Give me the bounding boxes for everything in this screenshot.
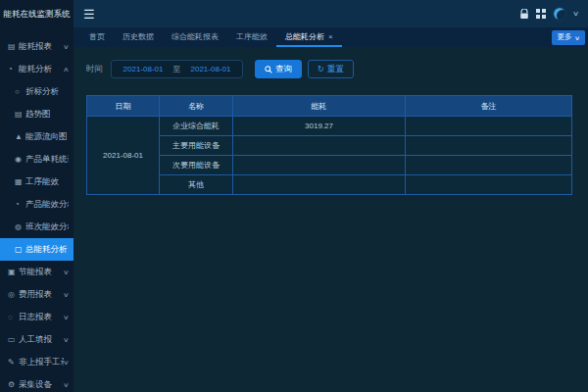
- filter-bar: 时间 2021-08-01 至 2021-08-01 查询 ↻ 重置: [86, 60, 588, 78]
- sidebar-item-label: 节能报表: [19, 267, 64, 278]
- sidebar-item-process-efficiency[interactable]: ▦ 工序能效: [0, 171, 74, 193]
- column-header-energy: 能耗: [233, 96, 406, 117]
- app-title: 能耗在线监测系统: [0, 0, 74, 27]
- start-date-value[interactable]: 2021-08-01: [123, 65, 164, 74]
- circle-icon: ○: [15, 87, 25, 96]
- chevron-down-icon: ∨: [63, 381, 70, 389]
- chevron-down-icon: ∨: [63, 359, 70, 367]
- tabbar: 首页 历史数据 综合能耗报表 工序能效 总能耗分析× 更多 ∨: [74, 27, 588, 47]
- search-button[interactable]: 查询: [255, 60, 302, 78]
- sidebar-item-energy-saving-report[interactable]: ▣ 节能报表 ∨: [0, 261, 74, 283]
- chevron-down-icon: ∨: [63, 336, 70, 344]
- pin-icon: ◉: [15, 155, 25, 164]
- tab-home[interactable]: 首页: [80, 27, 114, 47]
- column-header-name: 名称: [160, 96, 233, 117]
- sidebar-item-label: 能耗分析: [19, 64, 64, 75]
- sidebar-item-label: 日志报表: [19, 312, 64, 323]
- column-header-remark: 备注: [406, 96, 572, 117]
- sidebar-item-label: 折标分析: [25, 86, 69, 98]
- sidebar-item-label: 非上报手工录入: [19, 357, 64, 368]
- document-icon: ▤: [15, 110, 25, 119]
- chevron-down-icon: ∨: [574, 34, 580, 41]
- document-icon: ▢: [15, 245, 25, 254]
- value-cell: 3019.27: [233, 117, 406, 136]
- table-row: 其他: [87, 175, 572, 195]
- clock-icon: ◍: [15, 222, 25, 231]
- triangle-chart-icon: ▲: [15, 132, 25, 141]
- sidebar-item-product-efficiency-analysis[interactable]: ◔ 产品能效分析: [0, 193, 74, 216]
- sidebar-item-energy-analysis[interactable]: ◔ 能耗分析 ∧: [0, 58, 74, 80]
- remark-cell: [406, 175, 572, 195]
- sidebar-item-label: 产品单耗统计: [25, 154, 69, 166]
- sidebar-item-label: 能源流向图: [25, 131, 69, 143]
- cost-icon: ◎: [8, 290, 19, 299]
- sidebar-item-manual-entry[interactable]: ✎ 非上报手工录入 ∨: [0, 351, 74, 373]
- table-header-row: 日期 名称 能耗 备注: [87, 96, 572, 117]
- topbar: ☰ ∨: [74, 0, 588, 27]
- tab-comprehensive-energy-report[interactable]: 综合能耗报表: [163, 27, 227, 47]
- sidebar-item-log-report[interactable]: ◌ 日志报表 ∨: [0, 306, 74, 328]
- sidebar-item-label: 费用报表: [19, 289, 64, 301]
- name-cell: 企业综合能耗: [160, 117, 233, 136]
- sidebar-item-label: 采集设备: [19, 379, 64, 391]
- analysis-icon: ◔: [8, 65, 19, 74]
- date-separator: 至: [173, 64, 181, 74]
- value-cell: [233, 156, 406, 175]
- close-icon[interactable]: ×: [328, 32, 333, 41]
- sidebar-item-collection-devices[interactable]: ⚙ 采集设备 ∨: [0, 373, 74, 392]
- more-tabs-button[interactable]: 更多 ∨: [552, 30, 585, 45]
- refresh-icon: ↻: [318, 66, 324, 74]
- sidebar-item-label: 工序能效: [25, 176, 69, 188]
- gear-icon: ⚙: [8, 380, 19, 389]
- sidebar-item-label: 人工填报: [19, 334, 64, 346]
- sidebar-item-label: 趋势图: [25, 109, 69, 121]
- chevron-down-icon: ∨: [63, 269, 70, 276]
- apps-grid-icon[interactable]: [536, 9, 546, 19]
- end-date-value[interactable]: 2021-08-01: [191, 65, 231, 74]
- sidebar-item-label: 能耗报表: [19, 41, 64, 53]
- chevron-down-icon: ∨: [63, 43, 70, 51]
- tab-history-data[interactable]: 历史数据: [114, 27, 163, 47]
- date-cell: 2021-08-01: [87, 117, 160, 195]
- sidebar-menu: ▤ 能耗报表 ∨ ◔ 能耗分析 ∧ ○ 折标分析 ▤ 趋势图 ▲ 能源流向图 ◉…: [0, 27, 74, 392]
- date-range-input[interactable]: 2021-08-01 至 2021-08-01: [111, 60, 243, 78]
- sidebar-item-energy-report[interactable]: ▤ 能耗报表 ∨: [0, 35, 74, 58]
- main-content: 时间 2021-08-01 至 2021-08-01 查询 ↻ 重置 日期 名称…: [74, 47, 588, 392]
- lock-icon[interactable]: [519, 9, 529, 20]
- sidebar-item-manual-fill[interactable]: ▭ 人工填报 ∨: [0, 328, 74, 351]
- name-cell: 其他: [160, 175, 233, 195]
- sidebar-item-energy-flow-chart[interactable]: ▲ 能源流向图: [0, 125, 74, 148]
- table-row: 2021-08-01 企业综合能耗 3019.27: [87, 117, 572, 136]
- sidebar-item-total-energy-analysis[interactable]: ▢ 总能耗分析: [0, 238, 74, 261]
- sidebar-item-shift-efficiency-analysis[interactable]: ◍ 班次能效分析: [0, 216, 74, 238]
- sidebar: 能耗在线监测系统 ▤ 能耗报表 ∨ ◔ 能耗分析 ∧ ○ 折标分析 ▤ 趋势图 …: [0, 0, 74, 392]
- hamburger-menu-icon[interactable]: ☰: [83, 7, 95, 22]
- sidebar-item-trend-chart[interactable]: ▤ 趋势图: [0, 103, 74, 125]
- pie-icon: ◔: [15, 200, 25, 209]
- time-filter-label: 时间: [86, 64, 103, 75]
- value-cell: [233, 136, 406, 156]
- sidebar-item-label: 班次能效分析: [25, 221, 69, 233]
- tab-total-energy-analysis[interactable]: 总能耗分析×: [276, 27, 342, 47]
- chevron-down-icon: ∨: [63, 291, 70, 299]
- reset-button[interactable]: ↻ 重置: [308, 60, 354, 78]
- remark-cell: [406, 117, 572, 136]
- search-icon: [265, 66, 272, 74]
- name-cell: 次要用能设备: [160, 156, 233, 175]
- sidebar-item-label: 总能耗分析: [25, 244, 69, 256]
- topbar-right-group: ∨: [519, 7, 578, 21]
- log-icon: ◌: [8, 313, 19, 321]
- column-header-date: 日期: [87, 96, 160, 117]
- sidebar-item-product-unit-consumption[interactable]: ◉ 产品单耗统计: [0, 148, 74, 171]
- name-cell: 主要用能设备: [160, 136, 233, 156]
- chevron-down-icon[interactable]: ∨: [572, 10, 579, 18]
- remark-cell: [406, 156, 572, 175]
- user-avatar[interactable]: [553, 7, 566, 21]
- table-row: 次要用能设备: [87, 156, 572, 175]
- sidebar-item-standard-coal-analysis[interactable]: ○ 折标分析: [0, 80, 74, 103]
- form-icon: ▭: [8, 335, 19, 344]
- table-row: 主要用能设备: [87, 136, 572, 156]
- report-icon: ▣: [8, 268, 19, 276]
- tab-process-efficiency[interactable]: 工序能效: [227, 27, 276, 47]
- sidebar-item-cost-report[interactable]: ◎ 费用报表 ∨: [0, 283, 74, 306]
